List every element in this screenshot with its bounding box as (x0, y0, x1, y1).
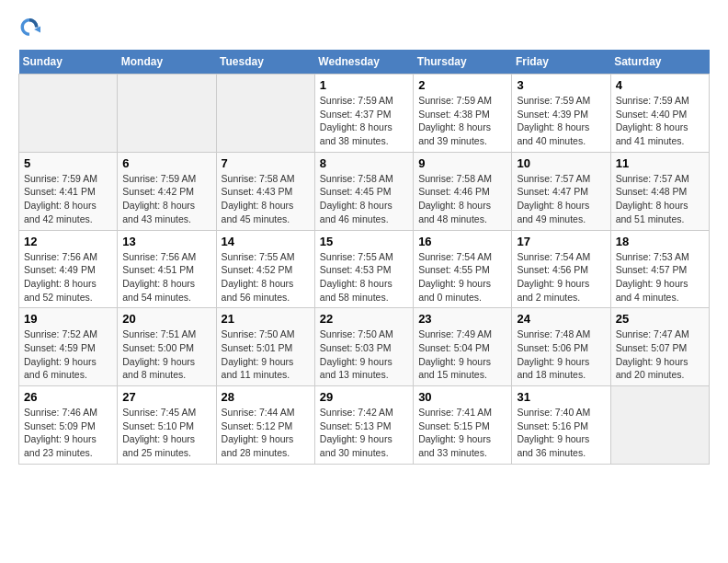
day-info: Sunrise: 7:55 AMSunset: 4:52 PMDaylight:… (222, 250, 310, 304)
calendar-cell: 1Sunrise: 7:59 AMSunset: 4:37 PMDaylight… (314, 75, 413, 153)
day-info: Sunrise: 7:57 AMSunset: 4:47 PMDaylight:… (517, 172, 605, 226)
day-number: 6 (122, 156, 210, 170)
calendar-cell (19, 75, 118, 153)
day-of-week-header: Sunday (19, 50, 118, 75)
day-info: Sunrise: 7:56 AMSunset: 4:49 PMDaylight:… (24, 250, 112, 304)
day-info: Sunrise: 7:41 AMSunset: 5:15 PMDaylight:… (418, 406, 506, 460)
day-info: Sunrise: 7:59 AMSunset: 4:37 PMDaylight:… (320, 94, 408, 148)
day-number: 24 (517, 312, 605, 326)
day-info: Sunrise: 7:40 AMSunset: 5:16 PMDaylight:… (517, 406, 605, 460)
calendar-week-row: 1Sunrise: 7:59 AMSunset: 4:37 PMDaylight… (19, 75, 710, 153)
day-of-week-header: Monday (118, 50, 216, 75)
calendar-cell: 24Sunrise: 7:48 AMSunset: 5:06 PMDayligh… (512, 308, 610, 386)
day-info: Sunrise: 7:49 AMSunset: 5:04 PMDaylight:… (418, 327, 506, 382)
calendar-cell: 5Sunrise: 7:59 AMSunset: 4:41 PMDaylight… (19, 152, 118, 230)
calendar-cell (610, 386, 709, 465)
calendar-header-row: SundayMondayTuesdayWednesdayThursdayFrid… (19, 50, 710, 75)
day-info: Sunrise: 7:52 AMSunset: 4:59 PMDaylight:… (24, 327, 112, 382)
day-number: 25 (616, 312, 704, 326)
day-number: 28 (222, 390, 310, 404)
day-number: 14 (222, 235, 310, 248)
day-info: Sunrise: 7:59 AMSunset: 4:42 PMDaylight:… (122, 172, 210, 226)
calendar-cell: 28Sunrise: 7:44 AMSunset: 5:12 PMDayligh… (216, 386, 314, 465)
calendar-week-row: 26Sunrise: 7:46 AMSunset: 5:09 PMDayligh… (19, 386, 710, 465)
calendar-cell: 17Sunrise: 7:54 AMSunset: 4:56 PMDayligh… (512, 230, 610, 308)
day-of-week-header: Tuesday (216, 50, 314, 75)
day-info: Sunrise: 7:59 AMSunset: 4:39 PMDaylight:… (517, 94, 605, 148)
day-number: 27 (122, 390, 210, 404)
day-number: 29 (320, 390, 408, 404)
day-of-week-header: Thursday (414, 50, 512, 75)
day-number: 4 (616, 78, 704, 92)
calendar-cell: 7Sunrise: 7:58 AMSunset: 4:43 PMDaylight… (216, 152, 314, 230)
day-number: 31 (517, 390, 605, 404)
day-info: Sunrise: 7:42 AMSunset: 5:13 PMDaylight:… (320, 406, 408, 460)
day-info: Sunrise: 7:50 AMSunset: 5:01 PMDaylight:… (222, 327, 310, 382)
day-of-week-header: Wednesday (314, 50, 413, 75)
day-info: Sunrise: 7:53 AMSunset: 4:57 PMDaylight:… (616, 250, 704, 304)
calendar-cell: 20Sunrise: 7:51 AMSunset: 5:00 PMDayligh… (118, 308, 216, 386)
calendar-cell: 26Sunrise: 7:46 AMSunset: 5:09 PMDayligh… (19, 386, 118, 465)
calendar-week-row: 12Sunrise: 7:56 AMSunset: 4:49 PMDayligh… (19, 230, 710, 308)
logo-icon (18, 18, 40, 40)
day-number: 21 (222, 312, 310, 326)
calendar-cell (118, 75, 216, 153)
day-number: 2 (418, 78, 506, 92)
svg-marker-0 (34, 27, 40, 33)
day-number: 5 (24, 156, 112, 170)
day-number: 30 (418, 390, 506, 404)
calendar-cell: 13Sunrise: 7:56 AMSunset: 4:51 PMDayligh… (118, 230, 216, 308)
day-info: Sunrise: 7:45 AMSunset: 5:10 PMDaylight:… (122, 406, 210, 460)
day-number: 3 (517, 78, 605, 92)
calendar-cell: 30Sunrise: 7:41 AMSunset: 5:15 PMDayligh… (414, 386, 512, 465)
day-number: 22 (320, 312, 408, 326)
calendar-cell: 2Sunrise: 7:59 AMSunset: 4:38 PMDaylight… (414, 75, 512, 153)
calendar-cell: 6Sunrise: 7:59 AMSunset: 4:42 PMDaylight… (118, 152, 216, 230)
day-info: Sunrise: 7:59 AMSunset: 4:38 PMDaylight:… (418, 94, 506, 148)
day-number: 7 (222, 156, 310, 170)
calendar-cell (216, 75, 314, 153)
day-number: 11 (616, 156, 704, 170)
day-of-week-header: Saturday (610, 50, 709, 75)
day-number: 13 (122, 235, 210, 248)
day-info: Sunrise: 7:58 AMSunset: 4:45 PMDaylight:… (320, 172, 408, 226)
day-info: Sunrise: 7:59 AMSunset: 4:40 PMDaylight:… (616, 94, 704, 148)
calendar-cell: 21Sunrise: 7:50 AMSunset: 5:01 PMDayligh… (216, 308, 314, 386)
day-number: 9 (418, 156, 506, 170)
calendar-cell: 29Sunrise: 7:42 AMSunset: 5:13 PMDayligh… (314, 386, 413, 465)
calendar-cell: 15Sunrise: 7:55 AMSunset: 4:53 PMDayligh… (314, 230, 413, 308)
day-info: Sunrise: 7:59 AMSunset: 4:41 PMDaylight:… (24, 172, 112, 226)
calendar-cell: 10Sunrise: 7:57 AMSunset: 4:47 PMDayligh… (512, 152, 610, 230)
calendar-cell: 8Sunrise: 7:58 AMSunset: 4:45 PMDaylight… (314, 152, 413, 230)
day-number: 15 (320, 235, 408, 248)
day-info: Sunrise: 7:58 AMSunset: 4:43 PMDaylight:… (222, 172, 310, 226)
calendar-cell: 3Sunrise: 7:59 AMSunset: 4:39 PMDaylight… (512, 75, 610, 153)
calendar-cell: 25Sunrise: 7:47 AMSunset: 5:07 PMDayligh… (610, 308, 709, 386)
calendar-cell: 18Sunrise: 7:53 AMSunset: 4:57 PMDayligh… (610, 230, 709, 308)
day-info: Sunrise: 7:55 AMSunset: 4:53 PMDaylight:… (320, 250, 408, 304)
day-info: Sunrise: 7:51 AMSunset: 5:00 PMDaylight:… (122, 327, 210, 382)
calendar-cell: 12Sunrise: 7:56 AMSunset: 4:49 PMDayligh… (19, 230, 118, 308)
calendar-cell: 23Sunrise: 7:49 AMSunset: 5:04 PMDayligh… (414, 308, 512, 386)
day-info: Sunrise: 7:58 AMSunset: 4:46 PMDaylight:… (418, 172, 506, 226)
day-info: Sunrise: 7:57 AMSunset: 4:48 PMDaylight:… (616, 172, 704, 226)
day-number: 17 (517, 235, 605, 248)
day-of-week-header: Friday (512, 50, 610, 75)
day-info: Sunrise: 7:56 AMSunset: 4:51 PMDaylight:… (122, 250, 210, 304)
calendar-cell: 19Sunrise: 7:52 AMSunset: 4:59 PMDayligh… (19, 308, 118, 386)
calendar-cell: 16Sunrise: 7:54 AMSunset: 4:55 PMDayligh… (414, 230, 512, 308)
calendar-week-row: 5Sunrise: 7:59 AMSunset: 4:41 PMDaylight… (19, 152, 710, 230)
day-info: Sunrise: 7:48 AMSunset: 5:06 PMDaylight:… (517, 327, 605, 382)
calendar-table: SundayMondayTuesdayWednesdayThursdayFrid… (18, 50, 710, 465)
day-number: 19 (24, 312, 112, 326)
calendar-week-row: 19Sunrise: 7:52 AMSunset: 4:59 PMDayligh… (19, 308, 710, 386)
calendar-cell: 11Sunrise: 7:57 AMSunset: 4:48 PMDayligh… (610, 152, 709, 230)
day-number: 23 (418, 312, 506, 326)
calendar-cell: 9Sunrise: 7:58 AMSunset: 4:46 PMDaylight… (414, 152, 512, 230)
day-info: Sunrise: 7:46 AMSunset: 5:09 PMDaylight:… (24, 406, 112, 460)
calendar-cell: 31Sunrise: 7:40 AMSunset: 5:16 PMDayligh… (512, 386, 610, 465)
day-info: Sunrise: 7:47 AMSunset: 5:07 PMDaylight:… (616, 327, 704, 382)
day-number: 1 (320, 78, 408, 92)
day-info: Sunrise: 7:54 AMSunset: 4:56 PMDaylight:… (517, 250, 605, 304)
day-number: 20 (122, 312, 210, 326)
